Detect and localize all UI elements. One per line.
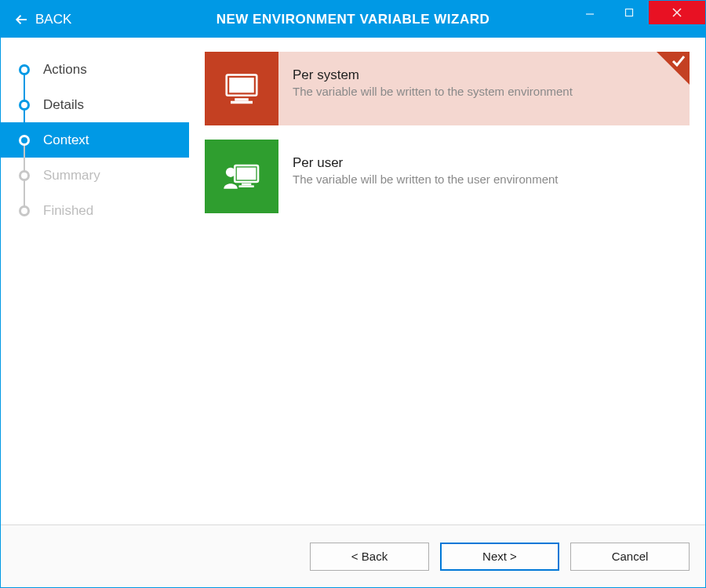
user-computer-icon	[220, 154, 264, 198]
per-system-tile	[205, 52, 278, 125]
checkmark-icon	[671, 53, 686, 69]
per-user-tile	[205, 140, 278, 213]
step-actions[interactable]: Actions	[1, 52, 189, 87]
option-description: The variable will be written to the user…	[293, 172, 675, 186]
window-controls	[570, 1, 705, 24]
next-button[interactable]: Next >	[440, 543, 559, 571]
computer-icon	[220, 67, 264, 111]
back-label: BACK	[35, 12, 71, 27]
step-context[interactable]: Context	[1, 122, 189, 158]
step-label: Finished	[43, 203, 93, 219]
option-description: The variable will be written to the syst…	[293, 85, 675, 98]
step-label: Actions	[43, 62, 87, 78]
maximize-icon	[624, 8, 634, 17]
svg-rect-12	[239, 185, 254, 187]
step-finished: Finished	[1, 193, 189, 228]
step-marker-icon	[19, 100, 30, 111]
minimize-button[interactable]	[570, 1, 610, 24]
svg-rect-10	[237, 168, 257, 180]
minimize-icon	[585, 8, 595, 17]
wizard-window: BACK NEW ENVIRONMENT VARIABLE WIZARD	[0, 0, 706, 588]
option-text: Per system The variable will be written …	[278, 52, 690, 125]
titlebar: BACK NEW ENVIRONMENT VARIABLE WIZARD	[1, 1, 705, 38]
svg-rect-8	[231, 101, 253, 104]
step-summary: Summary	[1, 158, 189, 193]
option-text: Per user The variable will be written to…	[278, 140, 690, 213]
step-marker-icon	[19, 205, 30, 216]
wizard-footer: < Back Next > Cancel	[1, 524, 705, 587]
svg-rect-7	[235, 98, 249, 101]
svg-point-13	[226, 168, 235, 177]
option-per-system[interactable]: Per system The variable will be written …	[205, 52, 690, 125]
step-label: Summary	[43, 168, 100, 183]
close-button[interactable]	[649, 1, 705, 24]
back-button[interactable]: BACK	[15, 12, 71, 27]
option-title: Per system	[293, 67, 675, 83]
svg-rect-6	[229, 78, 254, 93]
wizard-steps-sidebar: Actions Details Context Summary Finished	[1, 38, 189, 524]
window-title: NEW ENVIRONMENT VARIABLE WIZARD	[217, 12, 490, 27]
context-options-panel: Per system The variable will be written …	[189, 38, 705, 524]
step-marker-icon	[19, 64, 30, 75]
close-icon	[671, 7, 682, 18]
maximize-button[interactable]	[610, 1, 649, 24]
option-title: Per user	[293, 155, 675, 171]
back-nav-button[interactable]: < Back	[310, 543, 429, 571]
svg-rect-2	[626, 9, 633, 16]
step-label: Context	[43, 132, 89, 148]
svg-rect-11	[242, 183, 251, 186]
back-arrow-icon	[15, 13, 29, 27]
step-label: Details	[43, 97, 84, 113]
wizard-body: Actions Details Context Summary Finished	[1, 38, 705, 524]
step-marker-icon	[19, 170, 30, 181]
cancel-button[interactable]: Cancel	[570, 543, 690, 571]
step-marker-icon	[19, 135, 30, 146]
step-details[interactable]: Details	[1, 87, 189, 122]
option-per-user[interactable]: Per user The variable will be written to…	[205, 140, 690, 213]
